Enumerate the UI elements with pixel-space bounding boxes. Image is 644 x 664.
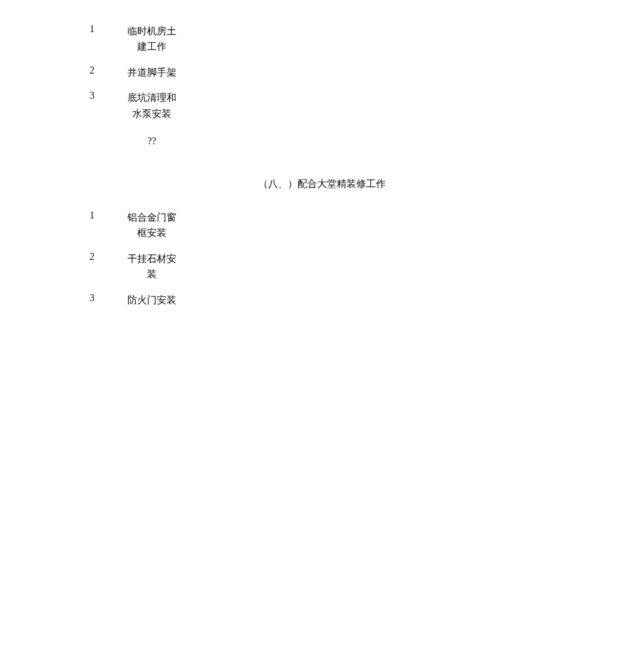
list-item: 3 防火门安装 [90, 293, 554, 308]
extra-text: ?? [123, 136, 181, 147]
list-text: 临时机房土建工作 [123, 24, 181, 55]
list-text: 井道脚手架 [123, 65, 181, 81]
list-number: 2 [90, 65, 104, 76]
document-content: 1 临时机房土建工作 2 井道脚手架 3 底坑清理和水泵安装 ?? （八、）配合… [0, 0, 644, 318]
section-heading: （八、）配合大堂精装修工作 [90, 178, 554, 191]
list-text: 防火门安装 [123, 293, 181, 308]
list-number: 1 [90, 210, 104, 221]
list-item: 2 井道脚手架 [90, 65, 554, 81]
list-number: 3 [90, 90, 104, 102]
list-text: 底坑清理和水泵安装 [123, 90, 181, 122]
section-2: 1 铝合金门窗框安装 2 干挂石材安装 3 防火门安装 [90, 210, 554, 318]
list-item: 1 铝合金门窗框安装 [90, 210, 554, 242]
list-number: 1 [90, 24, 104, 35]
list-number: 3 [90, 293, 104, 304]
list-number: 2 [90, 251, 104, 263]
section-1: 1 临时机房土建工作 2 井道脚手架 3 底坑清理和水泵安装 ?? [90, 24, 554, 157]
list-text: 铝合金门窗框安装 [123, 210, 181, 242]
list-item: 1 临时机房土建工作 [90, 24, 554, 55]
list-item: 3 底坑清理和水泵安装 [90, 90, 554, 122]
list-text: 干挂石材安装 [123, 251, 181, 283]
list-item: 2 干挂石材安装 [90, 251, 554, 283]
